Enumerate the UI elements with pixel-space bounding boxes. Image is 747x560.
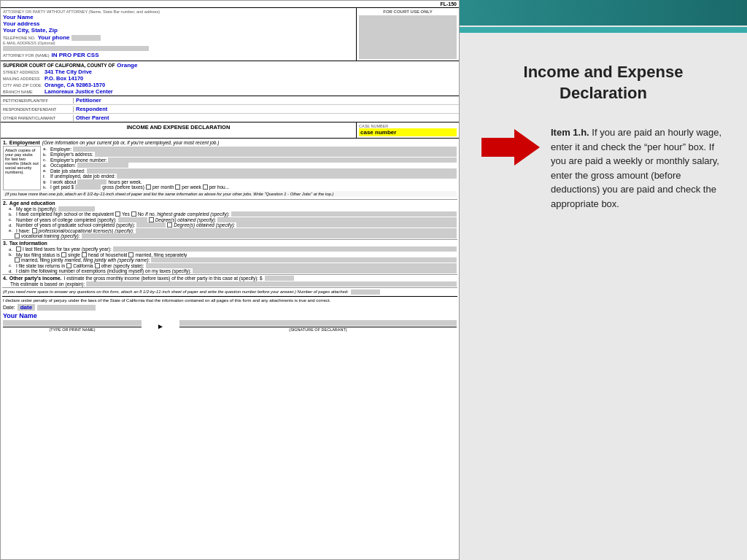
pages-attached-label: Number of pages attached: — [298, 289, 349, 294]
phone-row: TELEPHONE NO. Your phone — [3, 34, 354, 41]
declare-text: I declare under penalty of perjury under… — [3, 298, 457, 303]
single-checkbox — [61, 252, 66, 257]
age-e-text: I have: — [16, 228, 31, 233]
age-a-text: My age is (specify): — [16, 206, 57, 211]
d-degree-fill — [236, 222, 457, 228]
attorney-city: Your City, State, Zip — [3, 27, 354, 34]
g-text: I work about — [50, 179, 76, 184]
married-jointly-label: married, filing jointly — [21, 257, 63, 262]
telephone-label: TELEPHONE NO. — [3, 36, 36, 40]
a-label: a. — [43, 147, 49, 151]
city-zip-label: CITY AND ZIP CODE — [3, 83, 43, 88]
tax-d-fill — [193, 268, 457, 273]
item-description: Item 1.h. If you are paid an hourly wage… — [551, 125, 725, 211]
section1-note: (Give information on your current job or… — [42, 140, 220, 145]
court-info: SUPERIOR COURT OF CALIFORNIA, COUNTY OF … — [1, 61, 459, 96]
head-checkbox — [82, 252, 87, 257]
a-fill — [73, 147, 457, 152]
section4-based-row: This estimate is based on (explain): — [3, 281, 457, 287]
age-a: a. My age is (specify): — [3, 206, 457, 211]
b-no-label: No — [138, 211, 144, 217]
age-e-label: e. — [9, 228, 15, 233]
section1-title: Employment — [9, 140, 40, 145]
b-no-fill — [231, 211, 457, 217]
age-b: b. I have completed high school or the e… — [3, 211, 457, 217]
print-name-fill — [3, 320, 142, 326]
e-fill — [87, 168, 457, 174]
signature-fill — [179, 320, 457, 326]
email-label: E-MAIL ADDRESS (Optional) — [3, 41, 354, 45]
tax-c-text: I file state tax returns in — [16, 263, 65, 268]
form-number-bar: FL-150 — [1, 1, 459, 8]
section4-based-text: This estimate is based on (explain): — [10, 281, 85, 287]
section4-text: I estimate the gross monthly income (bef… — [64, 276, 263, 281]
b-yes-checkbox — [115, 211, 120, 217]
age-d-fill — [136, 222, 166, 228]
section3-header: 3. Tax information — [3, 241, 457, 246]
field-d: d. Occupation: — [43, 163, 457, 168]
case-number-block: CASE NUMBER case number — [357, 122, 459, 138]
h-fill — [75, 184, 101, 190]
right-title: Income and Expense Declaration — [481, 62, 725, 104]
d-fill — [77, 163, 128, 168]
date-label: Date: — [3, 305, 15, 310]
other-parent-label: OTHER PARENT/CLAIMANT — [1, 115, 74, 121]
respondent-row: RESPONDENT/DEFENDANT Respondent — [1, 105, 459, 114]
employment-fields: a. Employer: b. Employer's address: c. E… — [43, 146, 457, 190]
age-c: c. Number of years of college completed … — [3, 217, 457, 222]
county-value: Orange — [117, 62, 137, 69]
other-state-label: other (specify state): — [101, 263, 144, 268]
title-case-row: INCOME AND EXPENSE DECLARATION CASE NUMB… — [1, 122, 459, 139]
city-zip-row: CITY AND ZIP CODE Orange, CA 92863-1570 — [3, 82, 457, 88]
other-parent-value: Other Parent — [74, 114, 111, 122]
email-fill — [3, 46, 149, 51]
tax-d-label: d. — [9, 269, 15, 273]
e1-fill — [136, 228, 457, 233]
g-suffix: hours per week. — [108, 179, 142, 184]
b-fill — [95, 152, 457, 157]
parties-block: PETITIONER/PLAINTIFF Petitioner RESPONDE… — [1, 96, 459, 122]
ca-checkbox — [66, 263, 71, 268]
other-parent-row: OTHER PARENT/CLAIMANT Other Parent — [1, 114, 459, 122]
section2-title: Age and education — [9, 201, 55, 206]
mailing-label: MAILING ADDRESS — [3, 77, 43, 81]
employment-content: Attach copies of your pay stubs for last… — [3, 146, 457, 190]
h-label: h. — [43, 185, 49, 190]
branch-label: BRANCH NAME — [3, 90, 43, 94]
section4-title: Other party's income. — [9, 276, 62, 281]
h-per-week: per week — [182, 184, 201, 190]
field-c: c. Employer's phone number: — [43, 158, 457, 163]
age-c-fill — [118, 217, 147, 222]
type-print-label: (TYPE OR PRINT NAME) — [3, 327, 142, 332]
b-no-checkbox — [131, 211, 136, 217]
e1-text: professional/occupational license(s) (sp… — [39, 228, 134, 233]
telephone-value: Your phone — [38, 34, 70, 41]
attach-box: Attach copies of your pay stubs for last… — [3, 146, 41, 190]
h-gross: gross (before taxes) — [102, 184, 144, 190]
c-label: c. — [43, 158, 49, 162]
age-d-text: Number of years of graduate school compl… — [16, 222, 135, 228]
court-use-fill — [359, 15, 457, 59]
age-c-degree: Degree(s) obtained (specify): — [155, 217, 217, 222]
teal-bar-bottom — [460, 27, 747, 33]
age-c-label: c. — [9, 217, 15, 222]
court-use-label: FOR COURT USE ONLY — [359, 9, 457, 14]
phone-fill — [71, 35, 101, 41]
section1: 1. Employment (Give information on your … — [1, 139, 459, 198]
signature-block: (SIGNATURE OF DECLARANT) — [179, 320, 457, 332]
header-row: ATTORNEY OR PARTY WITHOUT ATTORNEY (Name… — [1, 8, 459, 61]
age-b-text: I have completed high school or the equi… — [16, 211, 114, 217]
tax-a-label: a. — [9, 247, 15, 252]
more-space-row: (If you need more space to answer any qu… — [1, 289, 459, 295]
sign-row: (TYPE OR PRINT NAME) ► (SIGNATURE OF DEC… — [3, 320, 457, 332]
section1-number: 1. — [3, 140, 7, 145]
section4: 4. Other party's income. I estimate the … — [1, 276, 459, 287]
h-hour-checkbox — [203, 184, 208, 190]
arrow-right: ► — [156, 320, 165, 332]
signature-label: (SIGNATURE OF DECLARANT) — [179, 327, 457, 332]
mailing-value: P.O. Box 14170 — [44, 75, 83, 82]
red-arrow-icon — [481, 129, 540, 166]
section3-title: Tax information — [9, 241, 47, 246]
case-number-value: case number — [359, 128, 457, 136]
b-no-text: If no, highest grade completed (specify)… — [145, 211, 230, 217]
